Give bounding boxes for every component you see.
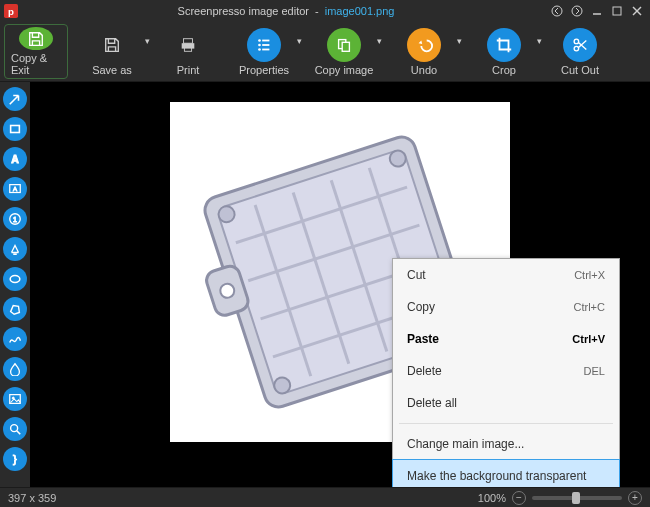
svg-point-11 bbox=[258, 39, 261, 42]
properties-label: Properties bbox=[239, 64, 289, 76]
copy-exit-label: Copy & Exit bbox=[11, 52, 61, 76]
close-icon[interactable] bbox=[630, 4, 644, 18]
svg-text:p: p bbox=[8, 6, 14, 17]
blur-tool[interactable] bbox=[3, 357, 27, 381]
window-titlebar: p Screenpresso image editor - image001.p… bbox=[0, 0, 650, 22]
text-tool[interactable]: A bbox=[3, 147, 27, 171]
copy-icon bbox=[327, 28, 361, 62]
ctx-cut[interactable]: Cut Ctrl+X bbox=[393, 259, 619, 291]
undo-button[interactable]: Undo ▾ bbox=[384, 22, 464, 81]
crop-icon bbox=[487, 28, 521, 62]
cut-out-button[interactable]: Cut Out bbox=[544, 22, 616, 81]
crop-chevron-icon[interactable]: ▾ bbox=[537, 36, 542, 46]
print-label: Print bbox=[177, 64, 200, 76]
title-sep: - bbox=[315, 5, 319, 17]
ctx-copy-label: Copy bbox=[407, 300, 435, 314]
brace-tool[interactable]: } bbox=[3, 447, 27, 471]
image-dimensions: 397 x 359 bbox=[8, 492, 56, 504]
canvas-area[interactable]: Cut Ctrl+X Copy Ctrl+C Paste Ctrl+V Dele… bbox=[30, 82, 650, 487]
ctx-change-main-image[interactable]: Change main image... bbox=[393, 428, 619, 460]
main-toolbar: Copy & Exit Save as ▾ Print Properties ▾… bbox=[0, 22, 650, 82]
save-as-button[interactable]: Save as ▾ bbox=[72, 22, 152, 81]
status-bar: 397 x 359 100% − + bbox=[0, 487, 650, 507]
context-menu: Cut Ctrl+X Copy Ctrl+C Paste Ctrl+V Dele… bbox=[392, 258, 620, 487]
svg-point-29 bbox=[10, 276, 20, 283]
undo-chevron-icon[interactable]: ▾ bbox=[457, 36, 462, 46]
ctx-cut-shortcut: Ctrl+X bbox=[574, 269, 605, 281]
textbox-tool[interactable]: A bbox=[3, 177, 27, 201]
svg-rect-8 bbox=[184, 38, 193, 43]
ctx-copy[interactable]: Copy Ctrl+C bbox=[393, 291, 619, 323]
properties-button[interactable]: Properties ▾ bbox=[224, 22, 304, 81]
ctx-paste-label: Paste bbox=[407, 332, 439, 346]
svg-point-32 bbox=[11, 425, 18, 432]
file-name: image001.png bbox=[325, 5, 395, 17]
ctx-delete-all-label: Delete all bbox=[407, 396, 457, 410]
ctx-copy-shortcut: Ctrl+C bbox=[574, 301, 605, 313]
copy-image-chevron-icon[interactable]: ▾ bbox=[377, 36, 382, 46]
svg-rect-16 bbox=[262, 48, 269, 50]
ctx-delete-shortcut: DEL bbox=[584, 365, 605, 377]
svg-rect-18 bbox=[342, 42, 349, 51]
maximize-icon[interactable] bbox=[610, 4, 624, 18]
ctx-make-transparent-label: Make the background transparent bbox=[407, 469, 586, 483]
save-icon bbox=[19, 27, 53, 50]
copy-image-button[interactable]: Copy image ▾ bbox=[304, 22, 384, 81]
magnify-tool[interactable] bbox=[3, 417, 27, 441]
image-tool[interactable] bbox=[3, 387, 27, 411]
minimize-icon[interactable] bbox=[590, 4, 604, 18]
svg-text:}: } bbox=[13, 453, 17, 465]
svg-point-13 bbox=[258, 48, 261, 51]
svg-rect-14 bbox=[262, 39, 269, 41]
history-back-icon[interactable] bbox=[550, 4, 564, 18]
zoom-out-button[interactable]: − bbox=[512, 491, 526, 505]
app-logo: p bbox=[0, 0, 22, 22]
main-area: A A 1 } bbox=[0, 82, 650, 487]
ctx-delete[interactable]: Delete DEL bbox=[393, 355, 619, 387]
properties-chevron-icon[interactable]: ▾ bbox=[297, 36, 302, 46]
svg-line-33 bbox=[17, 431, 21, 435]
arrow-tool[interactable] bbox=[3, 87, 27, 111]
history-forward-icon[interactable] bbox=[570, 4, 584, 18]
save-as-label: Save as bbox=[92, 64, 132, 76]
ctx-paste[interactable]: Paste Ctrl+V bbox=[393, 323, 619, 355]
svg-rect-15 bbox=[262, 44, 269, 46]
ctx-paste-shortcut: Ctrl+V bbox=[572, 333, 605, 345]
ellipse-tool[interactable] bbox=[3, 267, 27, 291]
polygon-tool[interactable] bbox=[3, 297, 27, 321]
zoom-controls: 100% − + bbox=[478, 491, 642, 505]
highlighter-tool[interactable] bbox=[3, 237, 27, 261]
printer-icon bbox=[171, 28, 205, 62]
ctx-delete-label: Delete bbox=[407, 364, 442, 378]
ctx-delete-all[interactable]: Delete all bbox=[393, 387, 619, 419]
rect-tool[interactable] bbox=[3, 117, 27, 141]
list-icon bbox=[247, 28, 281, 62]
number-tool[interactable]: 1 bbox=[3, 207, 27, 231]
title-area: Screenpresso image editor - image001.png bbox=[22, 5, 550, 17]
freehand-tool[interactable] bbox=[3, 327, 27, 351]
crop-label: Crop bbox=[492, 64, 516, 76]
ctx-change-main-label: Change main image... bbox=[407, 437, 524, 451]
svg-text:A: A bbox=[13, 185, 18, 192]
zoom-in-button[interactable]: + bbox=[628, 491, 642, 505]
floppy-icon bbox=[95, 28, 129, 62]
undo-label: Undo bbox=[411, 64, 437, 76]
svg-point-2 bbox=[552, 6, 562, 16]
ctx-cut-label: Cut bbox=[407, 268, 426, 282]
copy-and-exit-button[interactable]: Copy & Exit bbox=[4, 24, 68, 79]
save-as-chevron-icon[interactable]: ▾ bbox=[145, 36, 150, 46]
zoom-slider-thumb[interactable] bbox=[572, 492, 580, 504]
app-title: Screenpresso image editor bbox=[178, 5, 309, 17]
zoom-slider[interactable] bbox=[532, 496, 622, 500]
print-button[interactable]: Print bbox=[152, 22, 224, 81]
svg-text:1: 1 bbox=[13, 216, 17, 223]
side-toolbar: A A 1 } bbox=[0, 82, 30, 487]
ctx-make-transparent[interactable]: Make the background transparent bbox=[393, 460, 619, 487]
svg-point-12 bbox=[258, 43, 261, 46]
scissors-icon bbox=[563, 28, 597, 62]
svg-point-3 bbox=[572, 6, 582, 16]
undo-icon bbox=[407, 28, 441, 62]
crop-button[interactable]: Crop ▾ bbox=[464, 22, 544, 81]
ctx-separator bbox=[399, 423, 613, 424]
cut-out-label: Cut Out bbox=[561, 64, 599, 76]
